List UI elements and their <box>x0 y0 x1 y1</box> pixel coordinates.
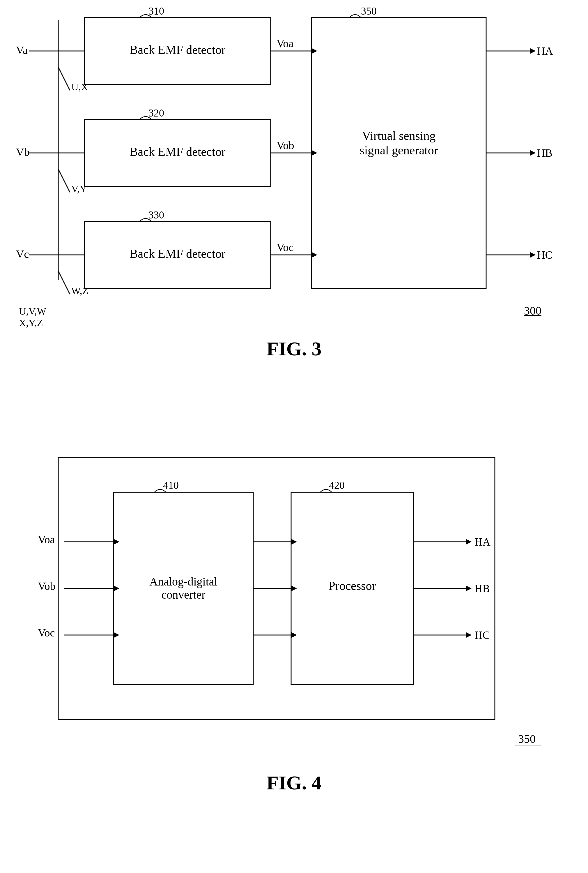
svg-text:Back EMF detector: Back EMF detector <box>130 145 226 158</box>
svg-text:Voc: Voc <box>276 241 293 254</box>
svg-text:Va: Va <box>16 44 28 56</box>
svg-text:HB: HB <box>537 147 552 159</box>
svg-text:HA: HA <box>537 45 553 57</box>
svg-text:420: 420 <box>329 479 345 491</box>
svg-text:Vc: Vc <box>16 248 29 260</box>
svg-text:Back EMF detector: Back EMF detector <box>130 43 226 57</box>
svg-text:320: 320 <box>148 107 164 119</box>
svg-text:Vob: Vob <box>276 139 294 152</box>
svg-text:U,V,W: U,V,W <box>19 306 46 317</box>
svg-text:HC: HC <box>537 249 552 261</box>
svg-text:HB: HB <box>474 582 490 595</box>
svg-text:Voc: Voc <box>38 627 55 639</box>
svg-text:FIG. 3: FIG. 3 <box>267 338 322 360</box>
svg-text:Processor: Processor <box>328 579 376 592</box>
svg-text:Virtual sensing: Virtual sensing <box>362 129 436 143</box>
svg-marker-44 <box>530 150 536 156</box>
svg-text:410: 410 <box>163 479 179 491</box>
svg-text:converter: converter <box>161 588 205 601</box>
page: Back EMF detector 310 Back EMF detector … <box>0 0 588 873</box>
svg-text:Voa: Voa <box>38 533 55 545</box>
svg-text:350: 350 <box>361 5 376 17</box>
svg-line-22 <box>58 169 70 192</box>
svg-text:Analog-digital: Analog-digital <box>149 575 217 588</box>
svg-text:V,Y: V,Y <box>71 183 87 194</box>
svg-text:HA: HA <box>474 536 490 548</box>
svg-marker-47 <box>530 252 536 258</box>
svg-text:300: 300 <box>524 304 542 317</box>
svg-text:310: 310 <box>148 5 164 17</box>
svg-text:W,Z: W,Z <box>71 285 88 296</box>
svg-text:Back EMF detector: Back EMF detector <box>130 247 226 260</box>
svg-text:X,Y,Z: X,Y,Z <box>19 317 43 328</box>
svg-line-17 <box>58 67 70 90</box>
svg-line-27 <box>58 271 70 294</box>
svg-text:Voa: Voa <box>276 37 294 50</box>
svg-text:signal generator: signal generator <box>360 144 438 157</box>
svg-text:350: 350 <box>518 732 536 745</box>
svg-text:Vb: Vb <box>16 146 29 158</box>
svg-marker-41 <box>530 48 536 54</box>
fig4-diagram: Analog-digital converter 410 Processor 4… <box>0 434 588 871</box>
svg-text:Vob: Vob <box>38 580 56 592</box>
svg-text:HC: HC <box>474 629 490 641</box>
svg-text:330: 330 <box>148 209 164 221</box>
fig3-diagram: Back EMF detector 310 Back EMF detector … <box>0 0 588 437</box>
svg-text:FIG. 4: FIG. 4 <box>267 772 322 794</box>
svg-text:U,X: U,X <box>71 81 88 92</box>
